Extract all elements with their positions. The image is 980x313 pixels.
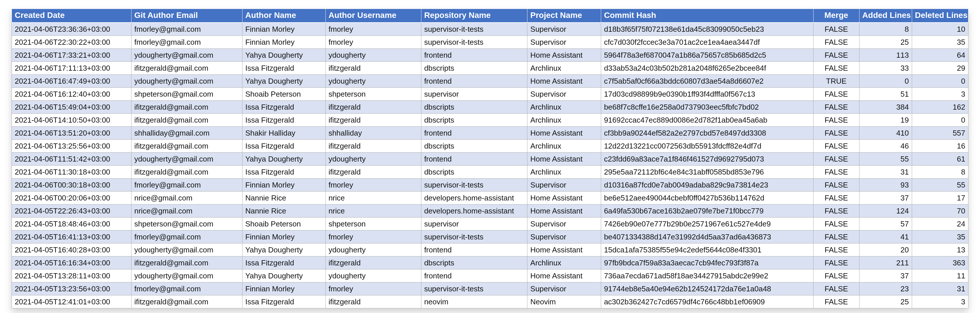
cell: 13 (912, 243, 968, 256)
cell: 29 (912, 62, 968, 75)
cell: dbscripts (421, 140, 527, 153)
cell: FALSE (813, 191, 859, 204)
cell: 51 (859, 88, 912, 101)
column-header: Deleted Lines (912, 9, 968, 23)
table-row: 2021-04-05T16:16:34+03:00ifitzgerald@gma… (12, 256, 969, 269)
cell: 37 (859, 191, 912, 204)
cell: 2021-04-06T17:11:13+03:00 (12, 62, 132, 75)
cell: Archlinux (527, 256, 601, 269)
cell: 2021-04-06T23:36:36+03:00 (12, 22, 132, 36)
cell: 2021-04-06T15:49:04+03:00 (12, 101, 132, 114)
cell: Supervisor (527, 218, 601, 231)
cell: 24 (912, 218, 968, 231)
cell: shpeterson@gmail.com (131, 218, 242, 231)
cell: supervisor-it-tests (421, 36, 527, 49)
cell: 2021-04-06T13:51:20+03:00 (12, 126, 132, 140)
cell: Neovim (527, 296, 601, 308)
cell: FALSE (813, 269, 859, 282)
cell: frontend (421, 153, 527, 166)
cell: FALSE (813, 140, 859, 153)
cell: Supervisor (527, 88, 601, 101)
cell: 12d22d13221cc0072563db55913fdcff82e4df7d (601, 140, 813, 153)
table-row: 2021-04-05T12:41:01+03:00ifitzgerald@gma… (12, 296, 969, 308)
cell: Home Assistant (527, 269, 601, 282)
cell: Issa Fitzgerald (242, 166, 325, 179)
cell: 61 (912, 153, 968, 166)
cell: dbscripts (421, 166, 527, 179)
cell: 70 (912, 204, 968, 218)
cell: FALSE (813, 88, 859, 101)
cell: fmorley (325, 282, 421, 296)
cell: 3 (912, 88, 968, 101)
cell: fmorley@gmail.com (131, 282, 242, 296)
cell: Supervisor (527, 231, 601, 243)
cell: d18b3f65f75f072138e61da45c83099050c5eb23 (601, 22, 813, 36)
cell: 363 (912, 256, 968, 269)
cell: frontend (421, 126, 527, 140)
cell: ifitzgerald@gmail.com (131, 166, 242, 179)
cell: shhalliday@gmail.com (131, 126, 242, 140)
cell: supervisor-it-tests (421, 179, 527, 191)
cell: Finnian Morley (242, 231, 325, 243)
cell: FALSE (813, 153, 859, 166)
cell: ifitzgerald@gmail.com (131, 62, 242, 75)
cell: fmorley (325, 36, 421, 49)
cell: supervisor (421, 218, 527, 231)
cell: 162 (912, 101, 968, 114)
cell: shpeterson@gmail.com (131, 88, 242, 101)
cell: 25 (859, 296, 912, 308)
cell: 8 (859, 22, 912, 36)
cell: 33 (859, 62, 912, 75)
cell: 736aa7ecda671ad58f18ae34427915abdc2e99e2 (601, 269, 813, 282)
cell: FALSE (813, 36, 859, 49)
cell: ydougherty (325, 49, 421, 62)
cell: dbscripts (421, 62, 527, 75)
cell: 17d03cd98899b9e0390b1ff93f4dfffa0f567c13 (601, 88, 813, 101)
cell: ydougherty (325, 153, 421, 166)
cell: ydougherty@gmail.com (131, 75, 242, 88)
cell: fmorley@gmail.com (131, 22, 242, 36)
cell: nrice (325, 191, 421, 204)
cell: supervisor-it-tests (421, 282, 527, 296)
cell: cfc7d030f2fccec3e3a701ac2ce1ea4aea3447df (601, 36, 813, 49)
cell: Finnian Morley (242, 36, 325, 49)
cell: ifitzgerald (325, 296, 421, 308)
cell: 19 (859, 114, 912, 126)
cell: cf3bb9a90244ef582a2e2797cbd57e8497dd3308 (601, 126, 813, 140)
cell: 2021-04-05T16:40:28+03:00 (12, 243, 132, 256)
cell: 2021-04-06T00:20:06+03:00 (12, 191, 132, 204)
cell: 31 (859, 166, 912, 179)
cell: Yahya Dougherty (242, 269, 325, 282)
cell: fmorley (325, 231, 421, 243)
column-header: Merge (813, 9, 859, 23)
cell: 557 (912, 126, 968, 140)
cell: 15dca1afa75385f55e94c2edef5644c08e4f3301 (601, 243, 813, 256)
cell: fmorley@gmail.com (131, 179, 242, 191)
cell: FALSE (813, 22, 859, 36)
cell: developers.home-assistant (421, 191, 527, 204)
cell: Home Assistant (527, 153, 601, 166)
cell: dbscripts (421, 256, 527, 269)
cell: 31 (912, 282, 968, 296)
cell: 55 (912, 179, 968, 191)
cell: 2021-04-06T00:30:18+03:00 (12, 179, 132, 191)
cell: 41 (859, 231, 912, 243)
cell: Archlinux (527, 101, 601, 114)
cell: 2021-04-06T11:30:18+03:00 (12, 166, 132, 179)
cell: Supervisor (527, 282, 601, 296)
cell: FALSE (813, 114, 859, 126)
cell: Nannie Rice (242, 191, 325, 204)
cell: 295e5aa72112bf6c4e84c31abff0585bd853e796 (601, 166, 813, 179)
cell: dbscripts (421, 114, 527, 126)
cell: ydougherty@gmail.com (131, 153, 242, 166)
cell: 11 (912, 269, 968, 282)
cell: Issa Fitzgerald (242, 256, 325, 269)
cell: FALSE (813, 218, 859, 231)
cell: Archlinux (527, 166, 601, 179)
cell: 25 (859, 36, 912, 49)
cell: fmorley@gmail.com (131, 36, 242, 49)
table-row: 2021-04-06T00:30:18+03:00fmorley@gmail.c… (12, 179, 969, 191)
cell: 2021-04-06T22:30:22+03:00 (12, 36, 132, 49)
cell: fmorley@gmail.com (131, 231, 242, 243)
cell: 8 (912, 166, 968, 179)
